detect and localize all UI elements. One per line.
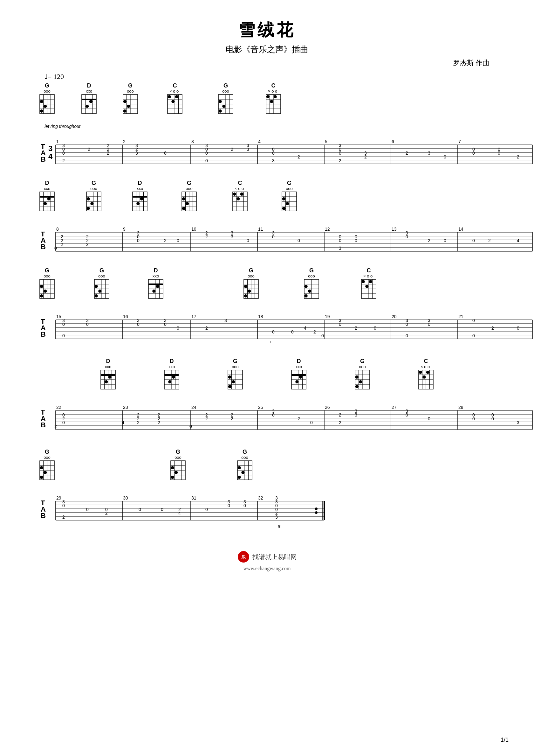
svg-text:ooo: ooo — [174, 455, 182, 460]
svg-text:2: 2 — [62, 515, 65, 520]
svg-text:7: 7 — [458, 139, 461, 144]
svg-rect-412 — [164, 374, 179, 376]
svg-text:0: 0 — [310, 420, 313, 425]
svg-point-449 — [355, 385, 359, 388]
svg-text:0: 0 — [406, 412, 408, 418]
svg-text:3: 3 — [339, 246, 342, 251]
svg-text:4: 4 — [48, 152, 53, 161]
svg-text:ooo: ooo — [98, 274, 105, 279]
svg-text:0: 0 — [205, 158, 208, 163]
svg-text:0: 0 — [291, 329, 294, 335]
svg-point-10 — [40, 109, 43, 113]
svg-point-182 — [186, 202, 189, 205]
svg-text:14: 14 — [458, 227, 464, 231]
svg-point-426 — [232, 380, 235, 383]
svg-text:30: 30 — [123, 496, 128, 500]
svg-text:0: 0 — [339, 238, 342, 243]
watermark-url: www.echangwang.com — [25, 566, 509, 572]
svg-text:2: 2 — [231, 416, 233, 421]
svg-text:0: 0 — [247, 238, 249, 243]
svg-text:4: 4 — [178, 511, 181, 516]
svg-text:0: 0 — [272, 150, 275, 156]
tab-staff-4: T A B 22 23 24 25 26 27 28 0 — [38, 396, 534, 441]
svg-point-69 — [267, 95, 269, 98]
svg-text:G: G — [360, 358, 365, 364]
svg-text:3: 3 — [231, 234, 233, 239]
svg-text:27: 27 — [392, 405, 397, 410]
svg-point-181 — [182, 207, 185, 210]
svg-point-438 — [299, 375, 302, 379]
svg-text:ooo: ooo — [232, 364, 239, 369]
page: 雪绒花 电影《音乐之声》插曲 罗杰斯 作曲 ♩= 120 G ooo — [0, 0, 534, 756]
svg-text:1: 1 — [56, 139, 59, 144]
svg-text:D: D — [45, 180, 49, 186]
svg-text:2: 2 — [339, 412, 342, 418]
svg-text:0: 0 — [190, 424, 192, 429]
svg-text:2: 2 — [205, 234, 208, 239]
svg-point-273 — [40, 294, 43, 298]
svg-text:2: 2 — [86, 242, 89, 247]
svg-rect-436 — [292, 374, 306, 376]
svg-text:21: 21 — [458, 314, 464, 319]
chord-diagrams-row3: G ooo G ooo — [38, 267, 534, 306]
svg-text:G: G — [187, 180, 191, 186]
svg-text:3: 3 — [272, 158, 275, 163]
svg-text:24: 24 — [191, 405, 196, 410]
svg-point-530 — [43, 471, 47, 474]
svg-point-71 — [274, 95, 277, 98]
svg-text:xxo: xxo — [295, 364, 302, 369]
svg-point-59 — [222, 105, 225, 108]
svg-text:D: D — [106, 358, 110, 364]
svg-point-284 — [95, 285, 98, 288]
svg-text:19: 19 — [325, 314, 330, 319]
svg-text:D: D — [170, 358, 174, 364]
svg-text:ooo: ooo — [359, 364, 366, 369]
svg-text:0: 0 — [339, 322, 342, 327]
svg-rect-400 — [101, 374, 115, 376]
svg-text:0: 0 — [272, 234, 275, 239]
section-2: D xxo G ooo — [25, 176, 509, 259]
svg-text:G: G — [176, 449, 180, 455]
svg-text:3: 3 — [247, 147, 249, 152]
svg-text:G: G — [45, 449, 49, 455]
svg-text:G: G — [91, 180, 96, 186]
svg-text:0: 0 — [177, 238, 179, 243]
svg-text:G: G — [242, 449, 247, 455]
svg-point-425 — [228, 385, 231, 388]
svg-text:0: 0 — [444, 238, 446, 243]
svg-point-333 — [365, 285, 369, 288]
svg-text:× o o: × o o — [420, 364, 430, 369]
svg-point-450 — [359, 380, 362, 383]
svg-point-413 — [168, 380, 171, 383]
svg-text:0: 0 — [406, 322, 408, 327]
svg-text:11: 11 — [258, 227, 263, 231]
svg-text:0: 0 — [472, 150, 475, 156]
svg-text:ooo: ooo — [286, 186, 293, 191]
svg-text:0: 0 — [54, 246, 57, 251]
svg-text:25: 25 — [258, 405, 263, 410]
svg-point-170 — [140, 197, 143, 201]
svg-text:ooo: ooo — [43, 89, 51, 94]
svg-text:B: B — [41, 512, 46, 520]
svg-text:D: D — [297, 358, 301, 364]
svg-text:2: 2 — [205, 326, 208, 331]
svg-text:0: 0 — [139, 507, 141, 512]
svg-point-22 — [86, 105, 89, 108]
svg-text:D: D — [87, 82, 91, 89]
svg-text:ooo: ooo — [90, 186, 97, 191]
svg-text:C: C — [173, 82, 177, 89]
svg-text:2: 2 — [61, 242, 63, 247]
svg-point-461 — [422, 375, 426, 379]
svg-text:0: 0 — [297, 238, 300, 243]
svg-text:G: G — [287, 180, 292, 186]
svg-text:23: 23 — [123, 405, 128, 410]
svg-text:3: 3 — [224, 318, 227, 323]
svg-point-285 — [95, 294, 98, 298]
svg-point-206 — [286, 202, 289, 205]
page-number: 1/1 — [501, 737, 509, 743]
chord-diagrams-row1: G ooo D xxo — [38, 82, 534, 124]
svg-text:G: G — [45, 267, 49, 274]
svg-text:2: 2 — [107, 150, 109, 156]
svg-text:6: 6 — [392, 139, 394, 144]
svg-text:ooo: ooo — [308, 274, 315, 279]
